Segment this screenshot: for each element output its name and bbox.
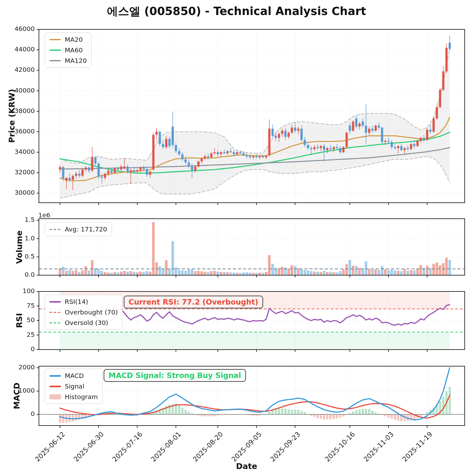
ma60-line-swatch [49,49,61,51]
chart-canvas [0,0,473,476]
histogram-patch-swatch [49,394,61,399]
macd-signal-annotation: MACD Signal: Strong Buy Signal [104,369,246,382]
legend-label: MACD [65,372,84,380]
date-axis-label: Date [236,462,257,471]
legend-label: MA20 [65,36,83,43]
legend-label: Signal [65,382,84,390]
rsi-legend: RSI(14) Overbought (70) Oversold (30) [45,295,122,330]
chart-title: 에스엘 (005850) - Technical Analysis Chart [0,4,473,19]
macd-legend: MACD Signal Histogram [45,369,103,404]
legend-label: Avg: 171,720 [65,225,107,233]
oversold-dashed-swatch [49,322,61,323]
price-legend: MA20 MA60 MA120 [45,33,92,68]
macd-axis-label: MACD [12,382,21,409]
rsi-line-swatch [49,301,61,303]
legend-label: Oversold (30) [65,319,108,327]
legend-item-ma60: MA60 [49,46,87,54]
ma20-line-swatch [49,39,61,40]
volume-legend: Avg: 171,720 [45,222,112,236]
macd-line-swatch [49,375,61,377]
legend-item-signal: Signal [49,382,98,390]
legend-label: Histogram [65,393,98,401]
legend-item-ma20: MA20 [49,36,87,43]
avg-dashed-line-swatch [49,229,61,230]
technical-analysis-figure: 에스엘 (005850) - Technical Analysis Chart … [0,0,473,476]
volume-scale-label: 1e6 [38,211,50,219]
rsi-axis-label: RSI [15,313,24,328]
legend-label: MA60 [65,46,83,54]
price-axis-label: Price (KRW) [7,89,17,143]
legend-item-overbought: Overbought (70) [49,308,118,316]
legend-label: MA120 [65,57,87,64]
legend-item-macd: MACD [49,372,98,380]
legend-item-oversold: Oversold (30) [49,319,118,327]
legend-label: RSI(14) [65,298,88,306]
ma120-line-swatch [49,60,61,61]
legend-item-ma120: MA120 [49,57,87,64]
legend-label: Overbought (70) [65,308,118,316]
volume-axis-label: Volume [15,230,24,264]
legend-item-histogram: Histogram [49,393,98,401]
rsi-status-annotation: Current RSI: 77.2 (Overbought) [124,296,263,308]
signal-line-swatch [49,386,61,387]
legend-item-rsi: RSI(14) [49,298,118,306]
legend-item-volume-avg: Avg: 171,720 [49,225,107,233]
overbought-dashed-swatch [49,312,61,313]
